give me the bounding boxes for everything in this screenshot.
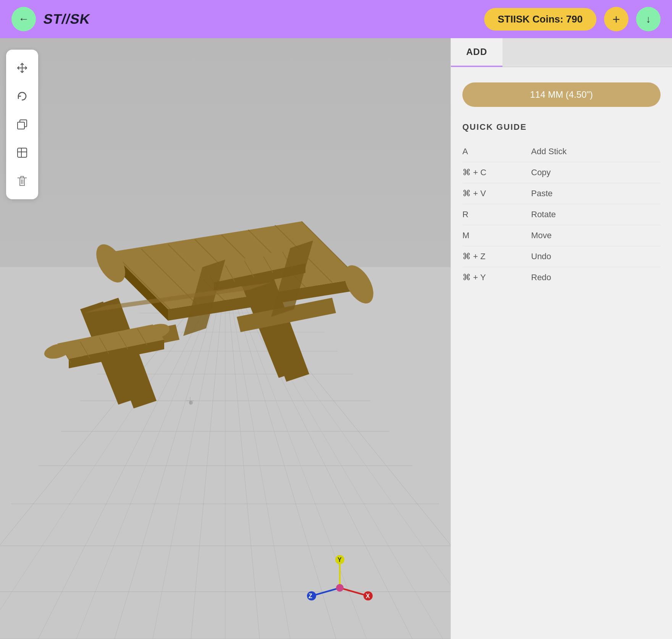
shortcut-action: Paste: [531, 189, 552, 198]
shortcut-row: ⌘ + C Copy: [462, 162, 661, 183]
shortcut-action: Copy: [531, 168, 551, 178]
shortcut-row: M Move: [462, 225, 661, 246]
header: ← ST//SK STIISK Coins: 790 + ↓: [0, 0, 672, 38]
shortcut-action: Redo: [531, 273, 551, 282]
shortcuts-list: A Add Stick ⌘ + C Copy ⌘ + V Paste R Rot…: [462, 141, 661, 288]
shortcut-key: ⌘ + Z: [462, 252, 531, 261]
back-icon: ←: [18, 13, 29, 25]
3d-viewport[interactable]: Y X Z: [0, 38, 451, 639]
shortcut-action: Undo: [531, 252, 551, 261]
coins-badge[interactable]: STIISK Coins: 790: [484, 8, 597, 31]
scene-svg: Y X Z: [0, 38, 451, 639]
floor-grid: [0, 267, 451, 639]
shortcut-action: Rotate: [531, 210, 556, 219]
svg-text:Y: Y: [338, 557, 342, 563]
toolbar: [6, 50, 38, 199]
shortcut-row: ⌘ + V Paste: [462, 183, 661, 204]
tab-add[interactable]: ADD: [451, 38, 502, 67]
panel-content: 114 MM (4.50") QUICK GUIDE A Add Stick ⌘…: [451, 67, 672, 639]
copy-tool-button[interactable]: [10, 112, 34, 137]
svg-rect-91: [21, 176, 24, 178]
shortcut-key: ⌘ + V: [462, 189, 531, 198]
back-button[interactable]: ←: [11, 7, 36, 31]
plus-icon: +: [612, 12, 620, 27]
download-icon: ↓: [646, 13, 651, 25]
main-layout: Y X Z: [0, 38, 672, 639]
svg-text:X: X: [366, 593, 370, 599]
logo: ST//SK: [44, 11, 90, 27]
shortcut-row: A Add Stick: [462, 141, 661, 162]
rotate-tool-button[interactable]: [10, 84, 34, 108]
shortcut-key: A: [462, 147, 531, 157]
shortcut-key: ⌘ + Y: [462, 273, 531, 282]
svg-rect-87: [18, 122, 24, 129]
panel-tabs: ADD: [451, 38, 672, 67]
size-badge: 114 MM (4.50"): [462, 82, 661, 107]
svg-rect-88: [18, 148, 27, 157]
svg-point-84: [336, 584, 344, 592]
shortcut-key: M: [462, 231, 531, 240]
shortcut-row: ⌘ + Z Undo: [462, 246, 661, 267]
quick-guide-title: QUICK GUIDE: [462, 122, 661, 132]
shortcut-action: Add Stick: [531, 147, 567, 157]
delete-tool-button[interactable]: [10, 169, 34, 193]
svg-text:Z: Z: [309, 593, 312, 599]
shortcut-row: R Rotate: [462, 204, 661, 225]
shortcut-key: R: [462, 210, 531, 219]
right-panel: ADD 114 MM (4.50") QUICK GUIDE A Add Sti…: [451, 38, 672, 639]
download-button[interactable]: ↓: [636, 7, 661, 31]
shortcut-key: ⌘ + C: [462, 168, 531, 178]
shortcut-action: Move: [531, 231, 552, 240]
svg-point-72: [189, 401, 193, 405]
shortcut-row: ⌘ + Y Redo: [462, 267, 661, 288]
export-tool-button[interactable]: [10, 140, 34, 165]
move-tool-button[interactable]: [10, 56, 34, 80]
add-coins-button[interactable]: +: [604, 7, 628, 31]
quick-guide: QUICK GUIDE A Add Stick ⌘ + C Copy ⌘ + V…: [462, 122, 661, 288]
